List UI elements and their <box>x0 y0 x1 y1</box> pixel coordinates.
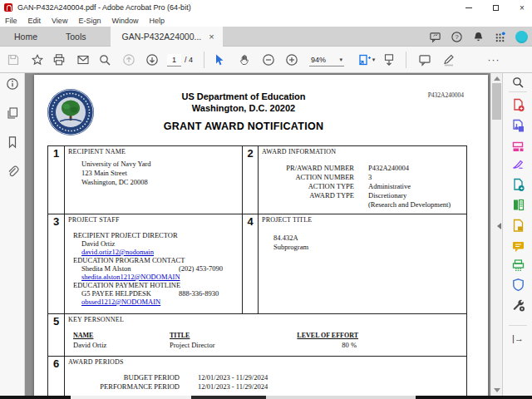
staff-email-link[interactable]: david.ortiz12@nodomain <box>81 248 154 256</box>
tab-document[interactable]: GAN-P432A24000... × <box>111 27 223 47</box>
document-view-area[interactable]: US Department of Education Washington, D… <box>25 73 502 396</box>
staff-group-heading: RECIPIENT PROJECT DIRECTOR <box>73 231 239 239</box>
menu-help[interactable]: Help <box>149 17 165 25</box>
staff-name: Shedita M Alston <box>81 264 131 273</box>
section-award-information: AWARD INFORMATION PR/AWARD NUMBER ACTION… <box>259 146 468 214</box>
tab-tools[interactable]: Tools <box>52 27 101 46</box>
kp-header-title: TITLE <box>170 332 190 339</box>
menu-file[interactable]: File <box>5 17 17 25</box>
section-number: 3 <box>48 214 65 313</box>
menu-edit[interactable]: Edit <box>28 17 42 25</box>
section-title: KEY PERSONNEL <box>68 316 124 323</box>
page-number-input[interactable]: 1 <box>167 54 181 66</box>
menu-bar: File Edit View E-Sign Window Help <box>0 15 532 27</box>
left-navigation-rail <box>0 73 25 396</box>
section-title: PROJECT TITLE <box>262 216 312 224</box>
section-project-title: PROJECT TITLE 84.432A Subprogram <box>259 214 468 313</box>
menu-window[interactable]: Window <box>111 17 138 25</box>
zoom-out-icon[interactable] <box>262 53 275 66</box>
recipient-line: Washington, DC 20008 <box>81 178 151 187</box>
more-tools-icon[interactable]: ··· <box>485 53 503 66</box>
award-period-label: PERFORMANCE PERIOD <box>65 382 180 392</box>
section-number: 4 <box>242 214 259 313</box>
close-button[interactable]: × <box>517 2 527 12</box>
notifications-bell-icon[interactable] <box>472 31 485 43</box>
award-info-value: P432A240004 <box>368 164 451 173</box>
vertical-scrollbar[interactable] <box>490 73 502 396</box>
kp-title: Project Director <box>170 341 215 350</box>
award-info-value: Administrative <box>368 182 451 191</box>
section-key-personnel: KEY PERSONNEL NAME TITLE LEVEL OF EFFORT… <box>65 314 468 356</box>
minimize-button[interactable] <box>464 2 474 12</box>
collapse-right-pane-icon[interactable] <box>497 223 501 229</box>
staff-email-link[interactable]: obssed1212@NODOMAIN <box>81 298 160 306</box>
comment-icon[interactable] <box>510 239 525 254</box>
main-toolbar: 1 / 4 94% ▾ ▾ ··· <box>0 47 532 73</box>
scan-ocr-icon[interactable] <box>510 258 525 273</box>
request-signatures-icon[interactable] <box>510 177 525 192</box>
feedback-icon[interactable] <box>429 31 441 43</box>
previous-page-icon[interactable] <box>122 53 135 66</box>
menu-esign[interactable]: E-Sign <box>78 17 101 25</box>
search-icon[interactable] <box>98 53 111 66</box>
staff-name: G5 PAYEE HELPDESK <box>81 289 151 298</box>
staff-email-link[interactable]: shedita.alston1212@NODOMAIN <box>81 273 180 281</box>
search-icon[interactable] <box>510 75 525 90</box>
menu-view[interactable]: View <box>52 17 67 25</box>
app-grid-menu-icon[interactable] <box>494 31 506 43</box>
zoom-level-dropdown[interactable]: 94% ▾ <box>309 54 344 66</box>
select-tool-icon[interactable] <box>212 53 225 66</box>
tab-home[interactable]: Home <box>0 27 52 46</box>
save-icon[interactable] <box>7 53 20 66</box>
hand-tool-icon[interactable] <box>239 53 252 66</box>
tab-close-icon[interactable]: × <box>209 32 214 42</box>
section-recipient-name: RECIPIENT NAME University of Navy Yard 1… <box>65 146 242 214</box>
doc-agency-line: US Department of Education <box>34 91 453 101</box>
scroll-up-arrow-icon[interactable] <box>494 76 500 81</box>
attachments-icon[interactable] <box>6 165 19 178</box>
staff-phone: (202) 453-7090 <box>179 264 223 273</box>
section-award-periods: AWARD PERIODS BUDGET PERIOD PERFORMANCE … <box>65 357 468 396</box>
export-pdf-icon[interactable] <box>510 118 525 133</box>
staff-group-heading: EDUCATION PROGRAM CONTACT <box>73 256 239 264</box>
bookmarks-icon[interactable] <box>6 135 19 149</box>
kp-effort: 80 % <box>248 341 357 350</box>
highlighter-pen-icon[interactable] <box>442 53 456 66</box>
scrollbar-thumb[interactable] <box>492 83 501 120</box>
right-tools-rail: |→ <box>502 73 532 396</box>
award-info-value: (Research and Development) <box>368 200 451 209</box>
user-avatar[interactable] <box>515 31 528 43</box>
next-page-icon[interactable] <box>145 53 159 66</box>
staff-name: David Ortiz <box>81 239 115 248</box>
page-scrolling-icon[interactable] <box>382 53 396 66</box>
minimize-icon <box>466 7 472 8</box>
staff-phone: 888-336-8930 <box>179 289 219 298</box>
redact-icon[interactable] <box>510 218 525 233</box>
scroll-down-arrow-icon[interactable] <box>494 388 500 392</box>
info-icon[interactable] <box>6 77 19 91</box>
section-number: 5 <box>48 314 65 356</box>
title-bar: GAN-P432A240004.pdf - Adobe Acrobat Pro … <box>0 0 532 15</box>
print-icon[interactable] <box>52 53 66 66</box>
more-tools-icon[interactable] <box>510 297 525 312</box>
svg-text:?: ? <box>455 33 458 41</box>
edit-pdf-icon[interactable] <box>510 139 525 154</box>
help-icon[interactable]: ? <box>451 31 463 43</box>
fill-sign-icon[interactable] <box>510 156 525 171</box>
zoom-in-icon[interactable] <box>285 53 298 66</box>
create-pdf-icon[interactable] <box>510 97 525 112</box>
protect-icon[interactable] <box>510 277 525 292</box>
recipient-line: 123 Main Street <box>81 169 151 178</box>
page-thumbnails-icon[interactable] <box>6 106 19 120</box>
email-icon[interactable] <box>76 53 90 66</box>
taskbar-segment <box>191 396 266 399</box>
grant-table: 1 RECIPIENT NAME University of Navy Yard… <box>47 145 467 396</box>
organize-pages-icon[interactable] <box>510 197 525 212</box>
comment-icon[interactable] <box>418 53 431 66</box>
maximize-button[interactable] <box>490 2 500 12</box>
star-icon[interactable] <box>31 53 44 66</box>
section-title: RECIPIENT NAME <box>68 148 126 155</box>
expand-pane-icon[interactable]: |→ <box>510 331 525 346</box>
toolbar-separator <box>406 52 406 68</box>
fit-page-dropdown[interactable]: ▾ <box>356 53 377 66</box>
